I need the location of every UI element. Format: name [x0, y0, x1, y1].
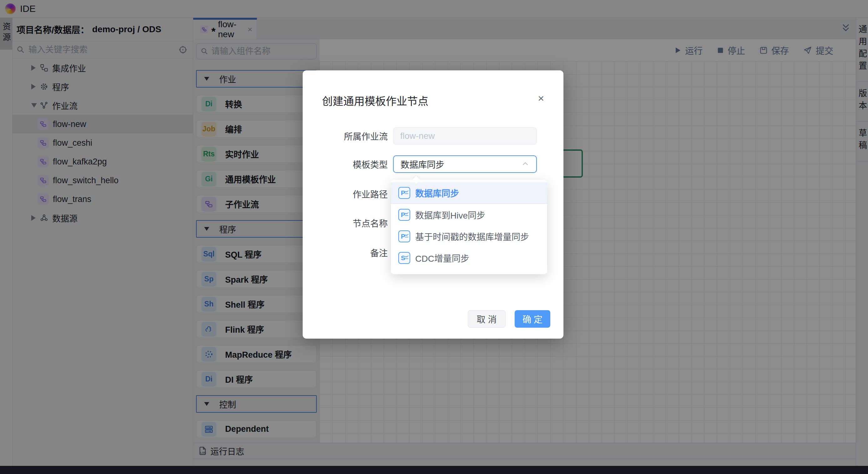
- cancel-button[interactable]: 取 消: [468, 310, 506, 328]
- chevron-up-icon: [521, 160, 529, 168]
- create-node-modal: 创建通用模板作业节点 × 所属作业流 flow-new 模板类型 数据库同步 作…: [303, 70, 563, 339]
- template-p-icon: P: [398, 230, 410, 242]
- modal-buttons: 取 消 确 定: [468, 310, 550, 328]
- template-type-dropdown: P 数据库同步 P 数据库到Hive同步 P 基于时间戳的数据库增量同步: [391, 180, 547, 274]
- field-row-template-type: 模板类型 数据库同步: [303, 155, 563, 173]
- template-p-icon: P: [398, 209, 410, 221]
- field-label: 所属作业流: [344, 130, 388, 142]
- template-s-icon: S: [398, 252, 410, 264]
- confirm-button[interactable]: 确 定: [515, 310, 550, 328]
- field-label: 作业路径: [353, 188, 388, 200]
- select-value: 数据库同步: [401, 158, 444, 170]
- field-label: 备注: [370, 246, 388, 259]
- option-label: 基于时间戳的数据库增量同步: [415, 230, 529, 243]
- template-p-icon: P: [398, 187, 410, 199]
- option-db-to-hive-sync[interactable]: P 数据库到Hive同步: [391, 204, 547, 225]
- ide-app: IDE 资源 项目名称/数据层： demo-proj / ODS: [0, 0, 868, 474]
- option-label: CDC增量同步: [415, 252, 469, 264]
- field-label: 模板类型: [353, 158, 388, 170]
- field-row-parent-flow: 所属作业流 flow-new: [303, 127, 563, 145]
- modal-title: 创建通用模板作业节点: [322, 93, 428, 108]
- parent-flow-input: flow-new: [393, 127, 537, 145]
- option-label: 数据库同步: [415, 187, 459, 199]
- option-label: 数据库到Hive同步: [415, 209, 485, 221]
- option-timestamp-incremental-sync[interactable]: P 基于时间戳的数据库增量同步: [391, 225, 547, 247]
- close-icon[interactable]: ×: [538, 93, 544, 103]
- option-db-sync[interactable]: P 数据库同步: [391, 182, 547, 204]
- option-cdc-incremental-sync[interactable]: S CDC增量同步: [391, 247, 547, 268]
- template-type-select[interactable]: 数据库同步: [393, 155, 537, 173]
- field-label: 节点名称: [353, 217, 388, 229]
